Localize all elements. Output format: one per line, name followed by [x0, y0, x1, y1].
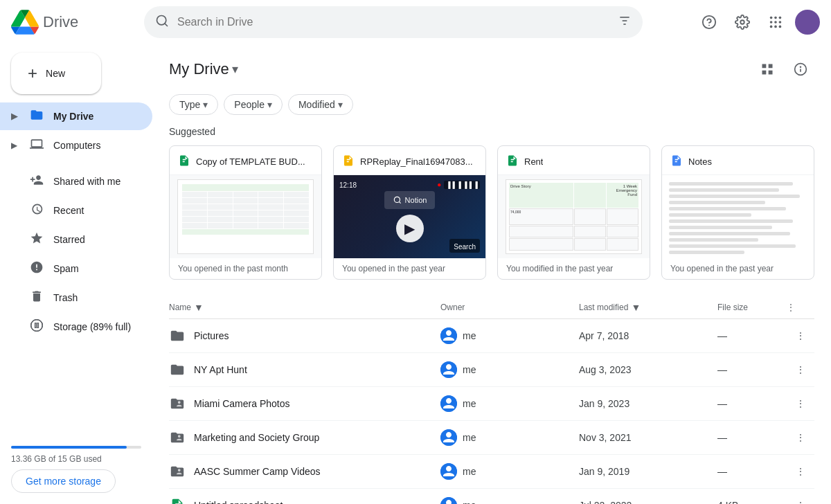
file-name: Untitled spreadsheet	[194, 500, 283, 504]
card-4-thumbnail	[662, 175, 814, 258]
more-options-button[interactable]: ⋮	[789, 494, 812, 504]
info-button[interactable]	[787, 55, 814, 83]
help-button[interactable]	[695, 8, 723, 36]
svg-point-16	[779, 26, 782, 28]
col-size-header: File size	[717, 303, 787, 312]
advanced-search-icon[interactable]	[618, 14, 632, 31]
card-2-title: RPReplay_Final16947083...	[360, 156, 473, 167]
more-options-button[interactable]: ⋮	[789, 460, 812, 483]
table-row[interactable]: NY Apt Hunt me Aug 3, 2023 — ⋮	[169, 353, 814, 387]
suggested-cards: Copy of TEMPLATE BUD...	[169, 145, 814, 280]
modified-filter[interactable]: Modified ▾	[288, 94, 353, 115]
sidebar-item-computers[interactable]: ▶ Computers	[0, 132, 152, 159]
breadcrumb-chevron-icon: ▾	[232, 62, 238, 77]
search-bar[interactable]	[144, 6, 643, 38]
owner-avatar	[440, 395, 457, 412]
suggested-card-1[interactable]: Copy of TEMPLATE BUD...	[169, 145, 322, 280]
owner-cell: me	[440, 463, 579, 480]
table-row[interactable]: Pictures me Apr 7, 2018 — ⋮	[169, 319, 814, 353]
file-name-cell: NY Apt Hunt	[169, 361, 440, 378]
owner-name: me	[463, 500, 476, 504]
card-1-icon	[178, 154, 190, 169]
card-3-title: Rent	[524, 156, 543, 167]
suggested-card-2[interactable]: RPReplay_Final16947083... 12:18 ● ▐▐ ▐ ▐…	[333, 145, 486, 280]
owner-name: me	[463, 398, 476, 409]
sidebar-item-trash[interactable]: ▶ Trash	[0, 284, 152, 312]
card-2-thumbnail: 12:18 ● ▐▐ ▐ ▐▐ ▐ Notion ▶ Sear	[334, 175, 485, 258]
search-input[interactable]	[177, 16, 609, 28]
sidebar-item-shared[interactable]: ▶ Shared with me	[0, 168, 152, 195]
suggested-label: Suggested	[169, 126, 814, 137]
starred-icon	[28, 231, 45, 249]
suggested-card-3[interactable]: Rent Drive Story 1 Week Emergency Fund 7…	[497, 145, 650, 280]
card-4-title: Notes	[688, 156, 712, 167]
card-2-footer: You opened in the past year	[334, 258, 485, 279]
sidebar-item-my-drive[interactable]: ▶ My Drive	[0, 102, 152, 130]
grid-view-button[interactable]	[753, 55, 781, 83]
owner-avatar	[440, 497, 457, 504]
more-cell: ⋮	[787, 460, 814, 483]
file-name-cell: Miami Camera Photos	[169, 395, 440, 412]
people-filter[interactable]: People ▾	[224, 94, 283, 115]
sidebar-item-recent[interactable]: ▶ Recent	[0, 197, 152, 224]
size-cell: —	[717, 432, 787, 443]
file-name: Marketing and Society Group	[194, 432, 319, 443]
more-options-button[interactable]: ⋮	[789, 426, 812, 449]
modified-cell: Nov 3, 2021	[579, 432, 717, 443]
owner-avatar	[440, 361, 457, 378]
owner-name: me	[463, 466, 476, 477]
more-options-button[interactable]: ⋮	[789, 393, 812, 415]
sidebar-item-label: Trash	[53, 292, 78, 303]
storage-bar-background	[11, 446, 141, 449]
svg-point-7	[740, 20, 744, 24]
content-area: My Drive ▾ Type ▾ People	[152, 44, 831, 504]
col-modified-header[interactable]: Last modified ▼	[579, 302, 717, 313]
card-header-2: RPReplay_Final16947083...	[334, 146, 485, 175]
file-name: Miami Camera Photos	[194, 398, 290, 409]
col-name-header: Name ▼	[169, 302, 440, 313]
new-button[interactable]: + New	[11, 53, 101, 94]
more-options-button[interactable]: ⋮	[789, 359, 812, 381]
table-row[interactable]: Marketing and Society Group me Nov 3, 20…	[169, 421, 814, 455]
sidebar-item-label: My Drive	[53, 111, 93, 122]
modified-cell: Jul 22, 2022	[579, 500, 717, 504]
new-icon: +	[28, 64, 37, 83]
type-filter-chevron-icon: ▾	[203, 99, 208, 110]
modified-label: Last modified	[579, 303, 628, 312]
my-drive-icon	[28, 108, 45, 125]
logo-area: Drive	[11, 8, 136, 36]
file-type-icon	[169, 429, 186, 446]
table-row[interactable]: Untitled spreadsheet me Jul 22, 2022 4 K…	[169, 489, 814, 504]
sidebar-item-label: Spam	[53, 263, 79, 274]
more-cell: ⋮	[787, 325, 814, 347]
table-row[interactable]: Miami Camera Photos me Jan 9, 2023 — ⋮	[169, 387, 814, 421]
more-cell: ⋮	[787, 393, 814, 415]
get-storage-button[interactable]: Get more storage	[11, 469, 116, 493]
sidebar-item-spam[interactable]: ▶ Spam	[0, 255, 152, 282]
more-icon: ⋮	[787, 303, 795, 312]
drive-logo-icon	[11, 8, 39, 36]
file-name-cell: Pictures	[169, 327, 440, 344]
user-avatar[interactable]	[795, 10, 820, 35]
card-header-3: Rent	[498, 146, 650, 175]
suggested-card-4[interactable]: Notes	[661, 145, 814, 280]
modified-filter-label: Modified	[298, 99, 335, 110]
more-options-button[interactable]: ⋮	[789, 325, 812, 347]
trash-icon	[28, 289, 45, 307]
breadcrumb[interactable]: My Drive ▾	[169, 60, 238, 78]
settings-button[interactable]	[729, 8, 756, 36]
owner-name: me	[463, 330, 476, 341]
file-name-cell: Marketing and Society Group	[169, 429, 440, 446]
google-apps-button[interactable]	[762, 8, 789, 36]
sidebar-item-storage[interactable]: ▶ Storage (89% full)	[0, 313, 152, 341]
col-more-header: ⋮	[787, 303, 814, 312]
sidebar-item-label: Starred	[53, 234, 85, 245]
type-filter[interactable]: Type ▾	[169, 94, 218, 115]
new-label: New	[46, 68, 65, 79]
table-row[interactable]: AASC Summer Camp Videos me Jan 9, 2019 —…	[169, 455, 814, 489]
svg-point-12	[774, 21, 777, 24]
sidebar-item-label: Shared with me	[53, 176, 120, 187]
owner-name: me	[463, 432, 476, 443]
card-1-title: Copy of TEMPLATE BUD...	[196, 156, 305, 167]
sidebar-item-starred[interactable]: ▶ Starred	[0, 226, 152, 253]
